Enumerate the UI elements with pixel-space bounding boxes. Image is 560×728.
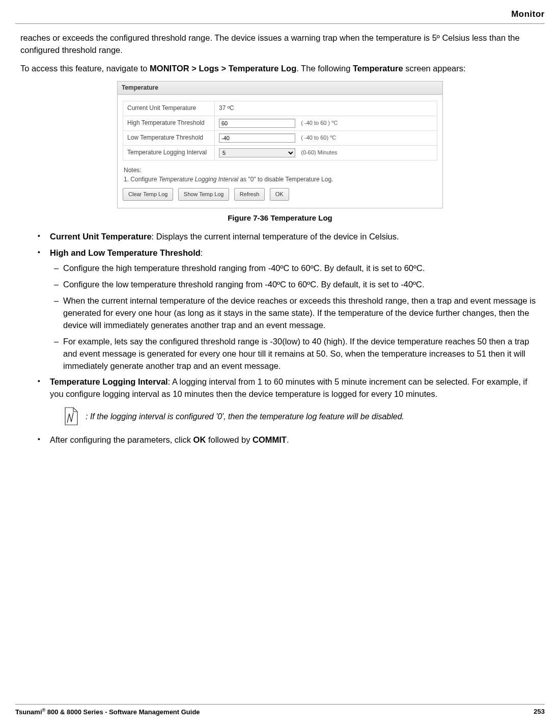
row-high-threshold: High Temperature Threshold ( -40 to 60 )… [123,116,437,130]
footer-rule [15,704,545,705]
intro-paragraph-2: To access this feature, navigate to MONI… [20,63,540,75]
note-icon [62,406,80,427]
note-text: : If the logging interval is configured … [86,411,404,422]
bullet-current-temp: Current Unit Temperature: Displays the c… [38,231,540,243]
body-content: reaches or exceeds the configured thresh… [15,32,545,446]
show-temp-log-button[interactable]: Show Temp Log [178,188,230,201]
refresh-button[interactable]: Refresh [234,188,265,201]
note-block: : If the logging interval is configured … [62,406,540,427]
button-row: Clear Temp Log Show Temp Log Refresh OK [123,188,437,204]
bullet-commit: After configuring the parameters, click … [38,434,540,446]
panel-notes: Notes: 1. Configure Temperature Logging … [123,160,437,188]
intro-paragraph-1: reaches or exceeds the configured thresh… [20,32,540,57]
bullet-logging-interval: Temperature Logging Interval: A logging … [38,376,540,427]
figure-caption: Figure 7-36 Temperature Log [117,212,443,224]
high-threshold-hint: ( -40 to 60 ) ºC [301,120,338,126]
logging-interval-hint: (0-60) Minutes [301,149,337,155]
bullet-thresholds: High and Low Temperature Threshold: Conf… [38,247,540,372]
form-table: Current Unit Temperature 37 ºC High Temp… [123,101,437,160]
sub-trap-behavior: When the current internal temperature of… [54,295,540,332]
temperature-panel: Temperature Current Unit Temperature 37 … [117,81,443,209]
ok-button[interactable]: OK [270,188,289,201]
current-temp-value: 37 ºC [215,101,437,116]
row-logging-interval: Temperature Logging Interval 5 (0-60) Mi… [123,145,437,160]
footer: Tsunami® 800 & 8000 Series - Software Ma… [15,704,545,716]
current-temp-label: Current Unit Temperature [123,101,215,116]
high-threshold-input[interactable] [219,119,295,128]
low-threshold-label: Low Temperature Threshold [123,130,215,145]
panel-body: Current Unit Temperature 37 ºC High Temp… [118,95,442,208]
figure-wrapper: Temperature Current Unit Temperature 37 … [117,81,443,224]
header-rule [15,23,545,24]
high-threshold-label: High Temperature Threshold [123,116,215,130]
section-header: Monitor [15,9,545,23]
footer-left: Tsunami® 800 & 8000 Series - Software Ma… [15,708,200,716]
page-number: 253 [534,708,545,716]
low-threshold-hint: ( -40 to 60) ºC [301,134,336,141]
clear-temp-log-button[interactable]: Clear Temp Log [123,188,173,201]
row-low-threshold: Low Temperature Threshold ( -40 to 60) º… [123,130,437,145]
sub-example: For example, lets say the configured thr… [54,336,540,372]
row-current-temp: Current Unit Temperature 37 ºC [123,101,437,116]
logging-interval-select[interactable]: 5 [219,148,295,157]
sub-high-threshold: Configure the high temperature threshold… [54,262,540,275]
low-threshold-input[interactable] [219,133,295,143]
sub-low-threshold: Configure the low temperature threshold … [54,279,540,291]
panel-title: Temperature [118,82,442,95]
logging-interval-label: Temperature Logging Interval [123,145,215,160]
